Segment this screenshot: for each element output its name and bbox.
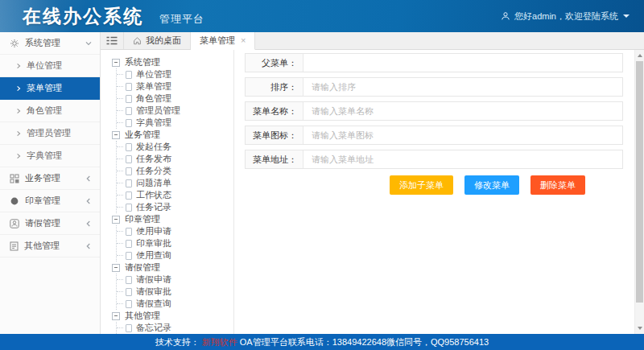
- tree-children-0: 单位管理菜单管理角色管理管理员管理字典管理: [116, 68, 233, 129]
- edit-menu-button[interactable]: 修改菜单: [464, 175, 519, 195]
- seal-icon: [10, 196, 19, 206]
- tree-leaf-1-1[interactable]: 任务发布: [117, 153, 233, 165]
- collapse-icon[interactable]: [112, 131, 120, 139]
- file-icon: [126, 143, 132, 151]
- tree-leaf-2-0[interactable]: 使用申请: [117, 225, 233, 237]
- sidebar-group-3[interactable]: 请假管理: [0, 212, 100, 235]
- menu-icon-input[interactable]: [303, 126, 622, 144]
- file-icon: [126, 204, 132, 212]
- tree-leaf-1-4[interactable]: 工作状态: [117, 189, 233, 201]
- tree-leaf-3-2[interactable]: 请假查询: [117, 298, 233, 310]
- tree-node-3[interactable]: 请假管理: [112, 261, 233, 274]
- tree-leaf-4-0[interactable]: 备忘记录: [117, 322, 233, 334]
- document-icon: [10, 241, 19, 251]
- parent-menu-input[interactable]: [303, 54, 622, 72]
- menu-name-input[interactable]: [303, 102, 622, 120]
- scroll-up-arrow[interactable]: [635, 51, 644, 60]
- sort-order-row: 排序：: [245, 77, 623, 97]
- tab-0[interactable]: 我的桌面: [123, 32, 191, 49]
- file-icon: [126, 119, 132, 127]
- tree-node-2[interactable]: 印章管理: [112, 213, 233, 225]
- sidebar-item-0-2[interactable]: 角色管理: [0, 100, 100, 122]
- scroll-down-arrow[interactable]: [635, 323, 644, 333]
- menu-url-label: 菜单地址：: [246, 150, 303, 168]
- sidebar-group-1[interactable]: 业务管理: [0, 167, 100, 190]
- tree-leaf-3-1[interactable]: 请假审批: [117, 286, 233, 298]
- menu-icon-row: 菜单图标：: [245, 126, 623, 145]
- chevron-right-icon: [15, 108, 22, 114]
- tree-leaf-0-1[interactable]: 菜单管理: [117, 80, 233, 93]
- sidebar-item-0-3[interactable]: 管理员管理: [0, 122, 100, 145]
- chevron-left-icon: [85, 242, 93, 250]
- parent-menu-row: 父菜单：: [245, 53, 623, 72]
- tree-children-3: 请假申请请假审批请假查询: [116, 274, 233, 310]
- sidebar-group-label: 请假管理: [25, 217, 85, 229]
- app-subtitle: 管理平台: [159, 12, 204, 27]
- chevron-right-icon: [15, 130, 22, 137]
- file-icon: [126, 71, 132, 79]
- tree-leaf-1-5[interactable]: 任务记录: [117, 201, 233, 213]
- tree-leaf-2-1[interactable]: 印章审批: [117, 237, 233, 249]
- tree-leaf-1-2[interactable]: 任务分类: [117, 165, 233, 177]
- tree-node-label: 系统管理: [125, 56, 160, 68]
- tree-leaf-1-3[interactable]: 问题清单: [117, 177, 233, 189]
- tree-leaf-label: 角色管理: [136, 93, 171, 105]
- tree-leaf-1-0[interactable]: 发起任务: [117, 141, 233, 153]
- chevron-left-icon: [85, 220, 93, 228]
- collapse-icon[interactable]: [112, 59, 120, 67]
- sort-order-input[interactable]: [303, 78, 622, 96]
- close-icon[interactable]: ×: [241, 36, 246, 45]
- tree-leaf-label: 问题清单: [136, 177, 171, 189]
- tree-leaf-label: 使用查询: [136, 249, 171, 261]
- file-icon: [126, 276, 132, 284]
- sidebar-group-0[interactable]: 系统管理: [0, 32, 100, 55]
- content: 我的桌面菜单管理× 系统管理单位管理菜单管理角色管理管理员管理字典管理业务管理发…: [101, 32, 644, 334]
- delete-menu-button[interactable]: 删除菜单: [530, 175, 585, 195]
- sidebar-item-0-4[interactable]: 字典管理: [0, 145, 100, 167]
- tree-leaf-0-0[interactable]: 单位管理: [117, 68, 233, 80]
- file-icon: [126, 95, 132, 103]
- sidebar-group-2[interactable]: 印章管理: [0, 190, 100, 212]
- scroll-thumb[interactable]: [636, 61, 643, 303]
- tree-node-4[interactable]: 其他管理: [112, 310, 233, 322]
- sidebar-group-4[interactable]: 其他管理: [0, 235, 100, 257]
- add-submenu-button[interactable]: 添加子菜单: [390, 175, 453, 195]
- menu-name-label: 菜单名称：: [246, 102, 303, 120]
- user-icon: [501, 11, 510, 21]
- footer-brand: 新翔软件: [202, 336, 237, 348]
- collapse-icon[interactable]: [112, 264, 120, 272]
- file-icon: [126, 107, 132, 115]
- tab-1[interactable]: 菜单管理×: [191, 32, 255, 50]
- collapse-icon[interactable]: [112, 312, 120, 320]
- sidebar-group-label: 系统管理: [25, 37, 85, 49]
- chevron-right-icon: [15, 63, 22, 69]
- tree-node-0[interactable]: 系统管理: [112, 56, 233, 68]
- tree-leaf-0-4[interactable]: 字典管理: [117, 117, 233, 129]
- sidebar-item-0-0[interactable]: 单位管理: [0, 55, 100, 77]
- menu-url-input[interactable]: [303, 150, 622, 168]
- tree-leaf-label: 工作状态: [136, 189, 171, 201]
- tab-label: 我的桌面: [146, 35, 181, 47]
- collapse-icon[interactable]: [112, 216, 120, 224]
- footer-support-label: 技术支持：: [155, 336, 200, 348]
- chevron-down-icon: [85, 39, 93, 47]
- home-icon: [133, 36, 142, 45]
- scrollbar[interactable]: [634, 50, 644, 334]
- tree-leaf-3-0[interactable]: 请假申请: [117, 274, 233, 286]
- sidebar-item-0-1[interactable]: 菜单管理: [0, 77, 100, 100]
- tree-toggle-icon[interactable]: [101, 32, 123, 49]
- tree-leaf-0-3[interactable]: 管理员管理: [117, 105, 233, 117]
- sidebar-group-label: 其他管理: [24, 240, 85, 252]
- sort-order-label: 排序：: [246, 78, 303, 96]
- tab-label: 菜单管理: [200, 35, 235, 47]
- tree-leaf-0-2[interactable]: 角色管理: [117, 93, 233, 105]
- tree-leaf-2-2[interactable]: 使用查询: [117, 249, 233, 261]
- sidebar-item-label: 单位管理: [27, 60, 62, 72]
- tree-node-1[interactable]: 业务管理: [112, 129, 233, 141]
- user-menu[interactable]: 您好admin，欢迎登陆系统: [501, 10, 630, 23]
- chevron-right-icon: [15, 153, 22, 159]
- sidebar-group-label: 业务管理: [25, 172, 85, 184]
- sidebar-item-label: 字典管理: [27, 150, 62, 162]
- tree-leaf-label: 请假申请: [136, 274, 171, 286]
- tree-leaf-label: 请假查询: [136, 298, 171, 310]
